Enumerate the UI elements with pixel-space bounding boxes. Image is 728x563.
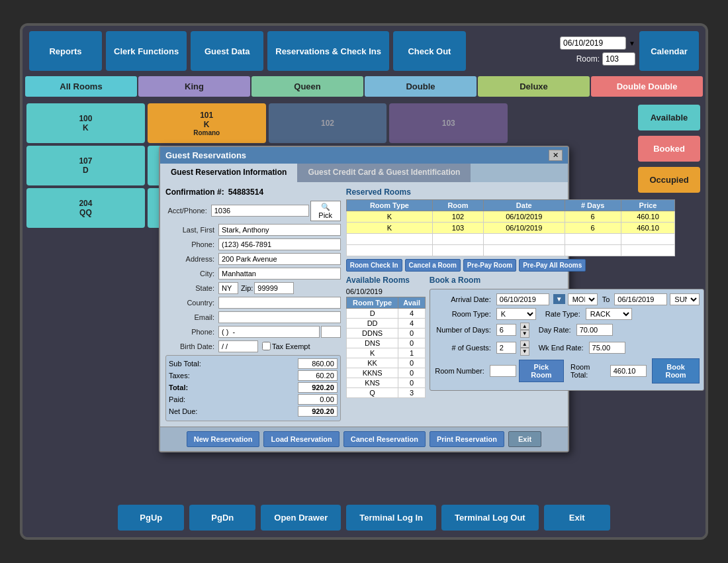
phone2-ext-input[interactable] — [321, 326, 341, 338]
modal-right-column: Reserved Rooms Room Type Room Date # Day… — [346, 187, 676, 421]
tab-double-double[interactable]: Double Double — [591, 76, 703, 97]
cancel-reservation-button[interactable]: Cancel Reservation — [343, 431, 426, 447]
avail-row[interactable]: DDNS0 — [346, 328, 425, 338]
totals-section: Sub Total: Taxes: Total: — [165, 355, 341, 421]
terminal-log-out-button[interactable]: Terminal Log Out — [441, 505, 539, 531]
book-room-button[interactable]: Book Room — [652, 358, 700, 384]
avail-col-avail: Avail — [398, 297, 425, 308]
date-input[interactable] — [560, 36, 626, 50]
paid-value[interactable] — [298, 394, 338, 405]
bottom-navigation: PgUp PgDn Open Drawer Terminal Log In Te… — [23, 498, 705, 537]
room-check-in-button[interactable]: Room Check In — [346, 259, 402, 272]
avail-row[interactable]: KNS0 — [346, 378, 425, 387]
cancel-room-button[interactable]: Cancel a Room — [405, 259, 461, 272]
to-date-input[interactable] — [614, 293, 667, 305]
arrival-date-input[interactable] — [496, 293, 549, 305]
acct-phone-label: Acct/Phone: — [165, 207, 211, 215]
date-dropdown-icon[interactable]: ▼ — [629, 40, 635, 47]
tab-king[interactable]: King — [138, 76, 250, 97]
tab-credit-card[interactable]: Guest Credit Card & Guest Identification — [297, 164, 471, 182]
total-value[interactable] — [298, 382, 338, 393]
modal-exit-button[interactable]: Exit — [508, 431, 541, 447]
avail-row[interactable]: Q3 — [346, 387, 425, 397]
subtotal-value[interactable] — [298, 358, 338, 369]
num-guests-input[interactable] — [496, 342, 516, 354]
reports-button[interactable]: Reports — [29, 31, 102, 71]
avail-row[interactable]: KKNS0 — [346, 368, 425, 378]
modal-overlay: Guest Reservations ✕ Guest Reservation I… — [23, 99, 705, 498]
modal-close-button[interactable]: ✕ — [549, 150, 563, 161]
pick-button[interactable]: 🔍 Pick — [310, 201, 341, 221]
tax-exempt-label: Tax Exempt — [272, 342, 310, 350]
clerk-functions-button[interactable]: Clerk Functions — [106, 31, 187, 71]
new-reservation-button[interactable]: New Reservation — [187, 431, 260, 447]
tab-guest-info[interactable]: Guest Reservation Information — [160, 164, 297, 182]
avail-row[interactable]: D4 — [346, 308, 425, 318]
terminal-log-in-button[interactable]: Terminal Log In — [346, 505, 436, 531]
avail-row[interactable]: DNS0 — [346, 338, 425, 348]
wk-end-rate-input[interactable] — [589, 342, 625, 354]
tab-queen[interactable]: Queen — [251, 76, 363, 97]
modal-tabs: Guest Reservation Information Guest Cred… — [160, 164, 568, 182]
day-rate-input[interactable] — [576, 324, 613, 336]
rate-type-select[interactable]: RACK — [586, 308, 632, 320]
exit-button[interactable]: Exit — [544, 505, 610, 531]
room-number-input[interactable] — [490, 365, 516, 377]
avail-row[interactable]: K1 — [346, 348, 425, 358]
net-due-value[interactable] — [298, 406, 338, 417]
phone2-input[interactable] — [218, 326, 320, 338]
num-days-up[interactable]: ▲ — [520, 323, 529, 331]
room-type-select[interactable]: K — [496, 308, 536, 320]
check-out-button[interactable]: Check Out — [393, 31, 466, 71]
num-days-down[interactable]: ▼ — [520, 330, 529, 338]
phone-input[interactable] — [218, 238, 341, 250]
pgup-button[interactable]: PgUp — [118, 505, 184, 531]
tax-exempt-checkbox[interactable] — [262, 342, 271, 350]
table-row[interactable]: K 102 06/10/2019 6 460.10 — [346, 211, 675, 222]
state-input[interactable] — [218, 282, 238, 294]
cell-date: 06/10/2019 — [483, 211, 565, 222]
room-row: Room: — [576, 52, 635, 66]
tab-all-rooms[interactable]: All Rooms — [25, 76, 137, 97]
guest-data-button[interactable]: Guest Data — [191, 31, 263, 71]
top-navigation: Reports Clerk Functions Guest Data Reser… — [23, 26, 705, 76]
calendar-button[interactable]: Calendar — [639, 31, 699, 71]
reservations-button[interactable]: Reservations & Check Ins — [267, 31, 389, 71]
tab-deluxe[interactable]: Deluxe — [478, 76, 590, 97]
address-input[interactable] — [218, 253, 341, 265]
tab-double[interactable]: Double — [365, 76, 477, 97]
country-input[interactable] — [218, 297, 341, 309]
taxes-value[interactable] — [298, 370, 338, 381]
table-row[interactable]: K 103 06/10/2019 6 460.10 — [346, 222, 675, 233]
cell-room: 102 — [433, 211, 484, 222]
confirmation-label: Confirmation #: — [165, 187, 224, 197]
acct-phone-input[interactable] — [211, 205, 309, 217]
table-row-empty — [346, 244, 675, 256]
room-total-input[interactable] — [610, 365, 647, 377]
pick-icon: 🔍 — [321, 203, 330, 211]
city-input[interactable] — [218, 268, 341, 280]
pre-pay-all-rooms-button[interactable]: Pre-Pay All Rooms — [519, 259, 586, 272]
email-input[interactable] — [218, 311, 341, 323]
room-input[interactable] — [602, 52, 635, 66]
open-drawer-button[interactable]: Open Drawer — [261, 505, 341, 531]
print-reservation-button[interactable]: Print Reservation — [430, 431, 504, 447]
avail-row[interactable]: DD4 — [346, 318, 425, 328]
to-day-select[interactable]: SUN — [670, 293, 700, 305]
avail-row[interactable]: KK0 — [346, 358, 425, 368]
arrival-date-dropdown[interactable]: ▼ — [553, 294, 565, 304]
available-rooms-title: Available Rooms — [346, 276, 426, 285]
zip-input[interactable] — [254, 282, 294, 294]
pick-room-button[interactable]: Pick Room — [519, 360, 564, 382]
col-room: Room — [433, 199, 484, 211]
country-row: Country: — [165, 297, 341, 309]
pre-pay-room-button[interactable]: Pre-Pay Room — [463, 259, 516, 272]
load-reservation-button[interactable]: Load Reservation — [263, 431, 339, 447]
num-guests-down[interactable]: ▼ — [520, 348, 529, 356]
num-days-input[interactable] — [496, 324, 516, 336]
pgdn-button[interactable]: PgDn — [189, 505, 255, 531]
arrival-day-select[interactable]: MON — [568, 293, 598, 305]
birth-date-input[interactable] — [218, 340, 258, 352]
last-first-input[interactable] — [218, 224, 341, 236]
num-guests-up[interactable]: ▲ — [520, 340, 529, 348]
